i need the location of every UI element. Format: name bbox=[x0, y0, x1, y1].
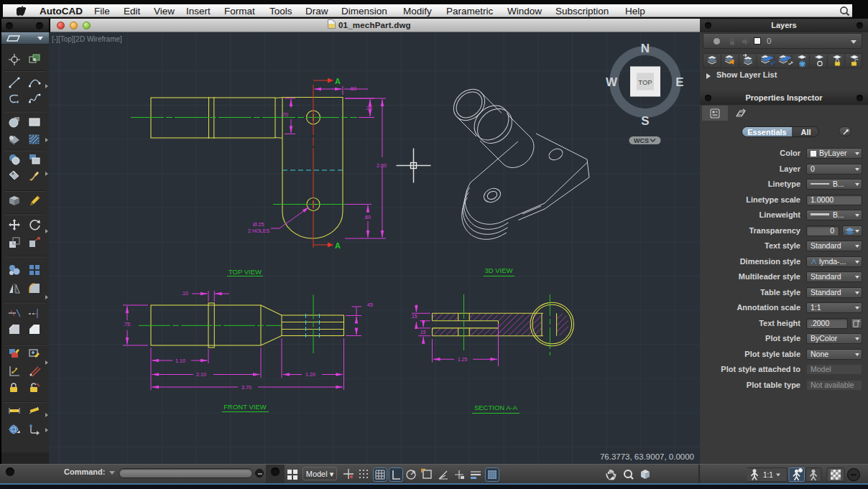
svg-text:.60: .60 bbox=[349, 85, 356, 92]
svg-text:1.25: 1.25 bbox=[458, 357, 467, 362]
svg-text:2 HOLES: 2 HOLES bbox=[248, 228, 270, 234]
svg-text:A: A bbox=[335, 77, 341, 85]
svg-text:.15: .15 bbox=[410, 314, 417, 319]
svg-text:2.10: 2.10 bbox=[196, 371, 206, 378]
svg-text:W: W bbox=[606, 75, 618, 89]
svg-text:.15: .15 bbox=[419, 330, 426, 335]
svg-text:.10: .10 bbox=[181, 290, 188, 297]
svg-text:[-][Top][2D Wireframe]: [-][Top][2D Wireframe] bbox=[52, 35, 122, 43]
svg-text:TOP VIEW: TOP VIEW bbox=[228, 268, 262, 276]
svg-text:.70: .70 bbox=[281, 111, 288, 118]
svg-text:TOP: TOP bbox=[638, 78, 652, 86]
svg-text:3D VIEW: 3D VIEW bbox=[484, 266, 512, 274]
svg-text:.60: .60 bbox=[364, 214, 371, 220]
svg-text:A: A bbox=[335, 241, 341, 250]
svg-text:76.3773, 63.9007, 0.0000: 76.3773, 63.9007, 0.0000 bbox=[600, 452, 694, 461]
svg-text:1.10: 1.10 bbox=[175, 358, 185, 364]
svg-text:3.70: 3.70 bbox=[241, 384, 251, 391]
svg-text:S: S bbox=[641, 114, 649, 128]
svg-text:E: E bbox=[675, 75, 683, 89]
svg-text:2.60: 2.60 bbox=[377, 162, 387, 169]
svg-text:WCS: WCS bbox=[634, 137, 649, 144]
svg-text:.38: .38 bbox=[365, 105, 372, 111]
svg-text:SECTION A-A: SECTION A-A bbox=[474, 404, 518, 411]
svg-text:N: N bbox=[641, 42, 650, 55]
svg-text:45: 45 bbox=[367, 302, 373, 308]
svg-text:1:1: 1:1 bbox=[763, 471, 773, 479]
svg-text:1.20: 1.20 bbox=[305, 371, 315, 378]
svg-text:FRONT VIEW: FRONT VIEW bbox=[223, 403, 266, 411]
svg-text:.75: .75 bbox=[123, 321, 130, 327]
svg-text:Ø.25: Ø.25 bbox=[253, 221, 264, 228]
